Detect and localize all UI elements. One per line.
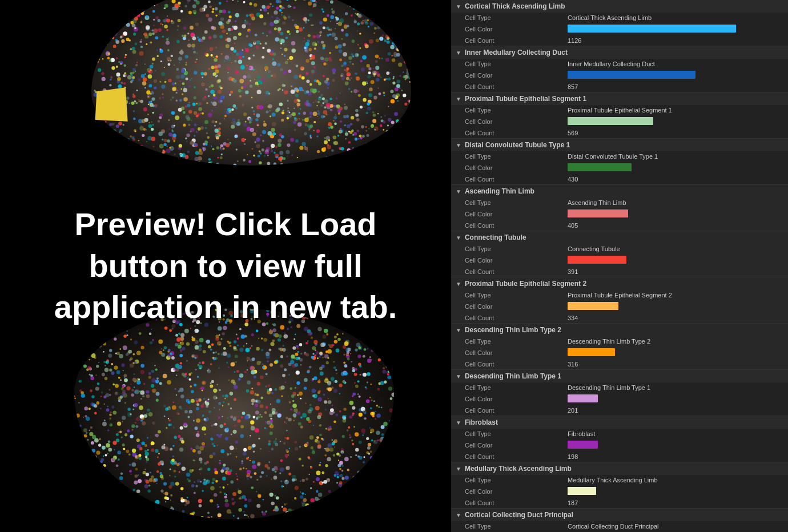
cell-count-label-proximal_tubule_2: Cell Count [465, 315, 568, 321]
color-bar-descending_thin_1 [568, 394, 598, 402]
cell-group-proximal_tubule_1: ▼ Proximal Tubule Epithelial Segment 1 C… [451, 92, 788, 139]
color-bar-fibroblast [568, 441, 598, 449]
color-bar-inner_medullary [568, 71, 695, 79]
cell-type-label-distal_convoluted: Cell Type [465, 153, 568, 160]
cell-color-label-distal_convoluted: Cell Color [465, 164, 568, 171]
color-bar-container-descending_thin_2 [568, 348, 783, 357]
cell-count-value-fibroblast: 198 [568, 453, 783, 460]
cell-type-value-cortical_collecting: Cortical Collecting Duct Principal [568, 523, 783, 530]
group-name-cortical_collecting: Cortical Collecting Duct Principal [465, 511, 573, 519]
cell-count-value-distal_convoluted: 430 [568, 176, 783, 183]
color-bar-container-cortical_thick [568, 25, 783, 34]
group-name-descending_thin_1: Descending Thin Limb Type 1 [465, 372, 561, 380]
group-header-ascending_thin[interactable]: ▼ Ascending Thin Limb [451, 185, 788, 198]
cell-color-label-descending_thin_2: Cell Color [465, 349, 568, 356]
cell-type-row-descending_thin_1: Cell Type Descending Thin Limb Type 1 [451, 382, 788, 393]
cell-type-value-medullary_thick: Medullary Thick Ascending Limb [568, 477, 783, 483]
cell-count-value-cortical_thick: 1126 [568, 37, 783, 44]
cell-type-row-descending_thin_2: Cell Type Descending Thin Limb Type 2 [451, 336, 788, 346]
cell-count-row-inner_medullary: Cell Count 857 [451, 82, 788, 92]
cell-count-row-connecting_tubule: Cell Count 391 [451, 267, 788, 277]
cell-group-medullary_thick: ▼ Medullary Thick Ascending Limb Cell Ty… [451, 462, 788, 509]
cell-type-value-descending_thin_2: Descending Thin Limb Type 2 [568, 338, 783, 345]
group-header-descending_thin_2[interactable]: ▼ Descending Thin Limb Type 2 [451, 324, 788, 336]
cell-type-row-cortical_thick: Cell Type Cortical Thick Ascending Limb [451, 13, 788, 23]
color-bar-container-proximal_tubule_2 [568, 302, 783, 311]
cell-type-value-distal_convoluted: Distal Convoluted Tubule Type 1 [568, 153, 783, 160]
collapse-arrow-descending_thin_1: ▼ [456, 373, 461, 380]
cell-count-value-connecting_tubule: 391 [568, 268, 783, 275]
collapse-arrow-fibroblast: ▼ [456, 420, 461, 426]
group-header-distal_convoluted[interactable]: ▼ Distal Convoluted Tubule Type 1 [451, 139, 788, 151]
cell-color-label-inner_medullary: Cell Color [465, 72, 568, 79]
collapse-arrow-cortical_thick: ▼ [456, 3, 461, 10]
group-name-medullary_thick: Medullary Thick Ascending Limb [465, 465, 572, 473]
cell-count-label-medullary_thick: Cell Count [465, 499, 568, 506]
cell-count-label-descending_thin_2: Cell Count [465, 361, 568, 368]
cell-type-row-proximal_tubule_1: Cell Type Proximal Tubule Epithelial Seg… [451, 105, 788, 115]
color-bar-container-inner_medullary [568, 71, 783, 80]
group-header-proximal_tubule_1[interactable]: ▼ Proximal Tubule Epithelial Segment 1 [451, 92, 788, 105]
cell-group-cortical_collecting: ▼ Cortical Collecting Duct Principal Cel… [451, 509, 788, 532]
cell-count-value-ascending_thin: 405 [568, 222, 783, 229]
color-bar-container-fibroblast [568, 441, 783, 450]
cell-color-row-descending_thin_1: Cell Color [451, 393, 788, 405]
cell-count-row-ascending_thin: Cell Count 405 [451, 220, 788, 231]
color-bar-container-distal_convoluted [568, 163, 783, 172]
cell-group-distal_convoluted: ▼ Distal Convoluted Tubule Type 1 Cell T… [451, 139, 788, 185]
cell-group-fibroblast: ▼ Fibroblast Cell Type Fibroblast Cell C… [451, 416, 788, 462]
cell-group-descending_thin_1: ▼ Descending Thin Limb Type 1 Cell Type … [451, 370, 788, 416]
cell-type-row-cortical_collecting: Cell Type Cortical Collecting Duct Princ… [451, 521, 788, 531]
group-header-fibroblast[interactable]: ▼ Fibroblast [451, 416, 788, 429]
cell-count-row-fibroblast: Cell Count 198 [451, 452, 788, 462]
cell-type-value-proximal_tubule_2: Proximal Tubule Epithelial Segment 2 [568, 292, 783, 299]
cell-type-value-ascending_thin: Ascending Thin Limb [568, 199, 783, 206]
cell-count-row-medullary_thick: Cell Count 187 [451, 498, 788, 508]
collapse-arrow-proximal_tubule_2: ▼ [456, 281, 461, 287]
group-header-descending_thin_1[interactable]: ▼ Descending Thin Limb Type 1 [451, 370, 788, 382]
cell-group-proximal_tubule_2: ▼ Proximal Tubule Epithelial Segment 2 C… [451, 277, 788, 324]
color-bar-proximal_tubule_2 [568, 302, 618, 310]
cell-type-label-descending_thin_1: Cell Type [465, 384, 568, 391]
cell-count-value-descending_thin_2: 316 [568, 361, 783, 368]
group-header-cortical_thick[interactable]: ▼ Cortical Thick Ascending Limb [451, 0, 788, 13]
group-header-inner_medullary[interactable]: ▼ Inner Medullary Collecting Duct [451, 46, 788, 59]
color-bar-medullary_thick [568, 487, 596, 495]
group-header-medullary_thick[interactable]: ▼ Medullary Thick Ascending Limb [451, 462, 788, 475]
color-bar-container-descending_thin_1 [568, 394, 783, 404]
group-header-cortical_collecting[interactable]: ▼ Cortical Collecting Duct Principal [451, 509, 788, 521]
cell-color-row-connecting_tubule: Cell Color [451, 254, 788, 267]
cell-type-value-connecting_tubule: Connecting Tubule [568, 245, 783, 252]
cell-color-row-proximal_tubule_1: Cell Color [451, 115, 788, 128]
collapse-arrow-proximal_tubule_1: ▼ [456, 96, 461, 102]
group-name-inner_medullary: Inner Medullary Collecting Duct [465, 49, 568, 57]
cell-color-row-proximal_tubule_2: Cell Color [451, 300, 788, 313]
color-bar-descending_thin_2 [568, 348, 615, 356]
color-bar-container-proximal_tubule_1 [568, 117, 783, 126]
cell-color-row-medullary_thick: Cell Color [451, 485, 788, 498]
collapse-arrow-medullary_thick: ▼ [456, 466, 461, 472]
cell-count-row-proximal_tubule_2: Cell Count 334 [451, 313, 788, 323]
cell-type-label-descending_thin_2: Cell Type [465, 338, 568, 345]
group-header-proximal_tubule_2[interactable]: ▼ Proximal Tubule Epithelial Segment 2 [451, 277, 788, 290]
cell-type-row-inner_medullary: Cell Type Inner Medullary Collecting Duc… [451, 59, 788, 69]
right-panel[interactable]: ▼ Cortical Thick Ascending Limb Cell Typ… [451, 0, 788, 532]
collapse-arrow-descending_thin_2: ▼ [456, 327, 461, 333]
color-bar-proximal_tubule_1 [568, 117, 653, 125]
collapse-arrow-distal_convoluted: ▼ [456, 142, 461, 148]
cell-type-row-ascending_thin: Cell Type Ascending Thin Limb [451, 198, 788, 208]
cell-group-ascending_thin: ▼ Ascending Thin Limb Cell Type Ascendin… [451, 185, 788, 231]
cell-color-label-ascending_thin: Cell Color [465, 211, 568, 217]
visualization-area: Preview! Click Load button to view full … [0, 0, 451, 532]
collapse-arrow-connecting_tubule: ▼ [456, 235, 461, 241]
cell-type-row-fibroblast: Cell Type Fibroblast [451, 429, 788, 439]
cell-group-descending_thin_2: ▼ Descending Thin Limb Type 2 Cell Type … [451, 324, 788, 370]
cell-count-label-inner_medullary: Cell Count [465, 83, 568, 90]
group-header-connecting_tubule[interactable]: ▼ Connecting Tubule [451, 231, 788, 244]
cell-type-value-proximal_tubule_1: Proximal Tubule Epithelial Segment 1 [568, 107, 783, 114]
cell-color-row-distal_convoluted: Cell Color [451, 162, 788, 174]
collapse-arrow-inner_medullary: ▼ [456, 50, 461, 56]
color-bar-container-ascending_thin [568, 209, 783, 219]
cell-color-label-fibroblast: Cell Color [465, 442, 568, 449]
group-name-cortical_thick: Cortical Thick Ascending Limb [465, 2, 565, 10]
